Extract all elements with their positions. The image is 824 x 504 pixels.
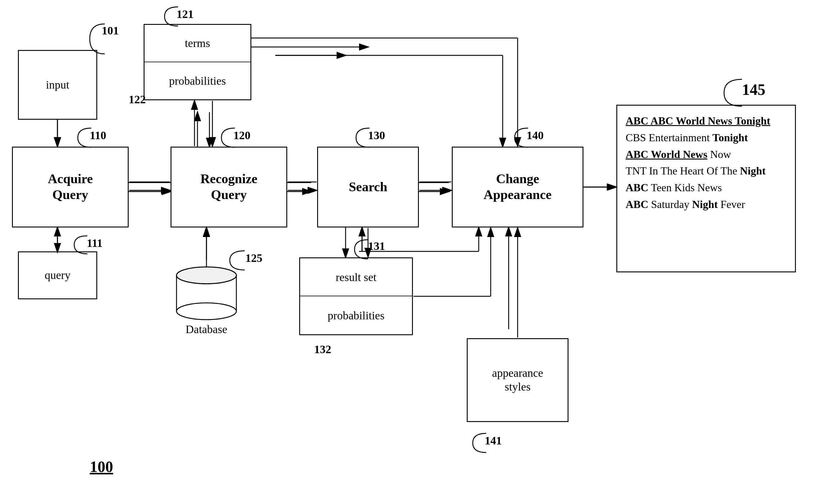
terms-label: terms [185,36,210,50]
change-appearance-box: ChangeAppearance [452,146,584,227]
result-set-box: result set probabilities [299,258,413,335]
bracket-145 [721,76,748,109]
change-appearance-label: ChangeAppearance [484,171,551,203]
query-box: query [18,251,97,299]
appearance-styles-label: appearancestyles [492,366,543,394]
bracket-125 [227,248,250,272]
result-item-6: ABC Saturday Night Fever [626,196,787,213]
result-6-bold1: ABC [626,198,648,210]
result-set-section: result set [300,258,412,296]
acquire-query-box: AcquireQuery [12,146,129,227]
bracket-111 [72,233,91,256]
search-label: Search [349,179,388,195]
bracket-131 [351,237,373,261]
result-5-bold: ABC [626,182,648,194]
bracket-121 [162,4,183,28]
result-2-bold: Tonight [712,132,748,144]
terms-section: terms [144,25,250,62]
result-probs-label: probabilities [328,309,385,322]
bracket-140 [512,126,533,149]
result-item-4: TNT In The Heart Of The Night [626,163,787,180]
recognize-query-label: RecognizeQuery [200,171,258,203]
result-1-text: ABC ABC World News Tonight [626,115,770,127]
figure-number: 100 [90,458,113,476]
result-6-bold2: Night [692,198,718,210]
search-box: Search [317,146,419,227]
terms-probs-box: terms probabilities [143,24,251,100]
bracket-120 [218,126,239,149]
bracket-130 [353,126,374,149]
result-item-3: ABC World News Now [626,146,787,163]
probs-section: probabilities [144,62,250,100]
result-set-label: result set [336,271,377,284]
result-probs-section: probabilities [300,296,412,334]
bracket-110 [75,126,96,149]
input-label: input [46,78,69,92]
bracket-141 [470,431,491,455]
result-3-underline: ABC World News [626,148,707,161]
result-item-5: ABC Teen Kids News [626,180,787,196]
recognize-query-box: RecognizeQuery [171,146,287,227]
result-item-1: ABC ABC World News Tonight [626,113,787,129]
result-item-2: CBS Entertainment Tonight [626,129,787,146]
bracket-101 [87,21,111,57]
input-box: input [18,50,97,120]
svg-point-25 [177,303,236,320]
result-4-bold: Night [740,165,766,177]
results-box: ABC ABC World News Tonight CBS Entertain… [616,105,796,272]
appearance-styles-box: appearancestyles [467,338,569,422]
probs-ref: 122 [129,93,146,106]
probs-label: probabilities [169,74,226,87]
query-label: query [44,269,71,282]
acquire-query-label: AcquireQuery [48,171,93,203]
result-probs-ref: 132 [314,343,331,356]
diagram: input 101 AcquireQuery 110 query 111 ter… [0,0,824,504]
database-label: Database [186,323,227,336]
